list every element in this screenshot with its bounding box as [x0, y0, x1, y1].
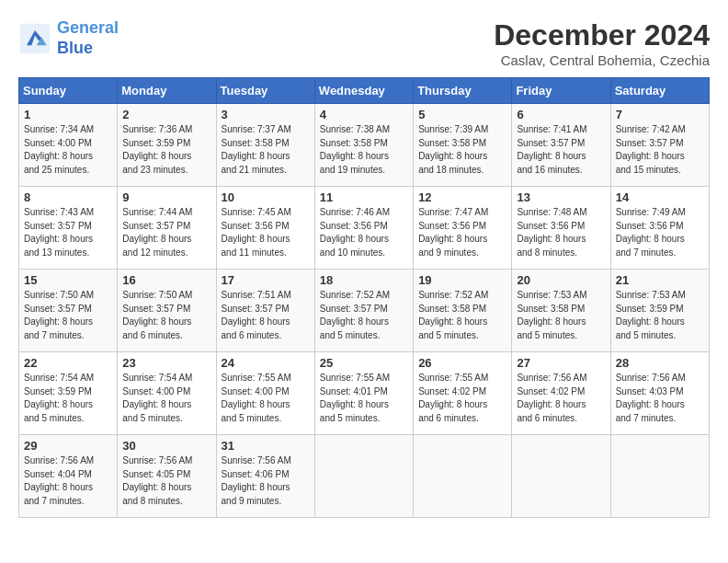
dow-header-friday: Friday [512, 78, 610, 104]
day-number: 31 [222, 439, 310, 453]
calendar-cell: 25Sunrise: 7:55 AM Sunset: 4:01 PM Dayli… [314, 352, 413, 435]
calendar-cell [314, 435, 413, 518]
day-info: Sunrise: 7:36 AM Sunset: 3:59 PM Dayligh… [122, 123, 210, 177]
calendar-cell: 28Sunrise: 7:56 AM Sunset: 4:03 PM Dayli… [610, 352, 709, 435]
day-info: Sunrise: 7:55 AM Sunset: 4:01 PM Dayligh… [320, 372, 408, 425]
dow-header-tuesday: Tuesday [216, 78, 314, 104]
calendar-cell [414, 435, 512, 518]
day-info: Sunrise: 7:55 AM Sunset: 4:00 PM Dayligh… [222, 372, 310, 425]
day-number: 28 [616, 356, 704, 370]
calendar-cell: 27Sunrise: 7:56 AM Sunset: 4:02 PM Dayli… [512, 352, 610, 435]
title-block: December 2024 Caslav, Central Bohemia, C… [494, 18, 710, 68]
day-info: Sunrise: 7:43 AM Sunset: 3:57 PM Dayligh… [24, 206, 112, 259]
day-info: Sunrise: 7:48 AM Sunset: 3:56 PM Dayligh… [517, 206, 605, 259]
calendar-week-3: 15Sunrise: 7:50 AM Sunset: 3:57 PM Dayli… [19, 270, 710, 352]
day-number: 16 [122, 273, 210, 287]
day-number: 17 [222, 273, 310, 287]
day-info: Sunrise: 7:47 AM Sunset: 3:56 PM Dayligh… [418, 206, 506, 259]
day-info: Sunrise: 7:39 AM Sunset: 3:58 PM Dayligh… [418, 123, 506, 177]
day-info: Sunrise: 7:41 AM Sunset: 3:57 PM Dayligh… [517, 123, 605, 177]
calendar-cell: 20Sunrise: 7:53 AM Sunset: 3:58 PM Dayli… [512, 270, 610, 352]
logo: General Blue [18, 18, 119, 58]
day-number: 11 [320, 190, 408, 204]
calendar-cell: 1Sunrise: 7:34 AM Sunset: 4:00 PM Daylig… [19, 104, 118, 187]
calendar-week-1: 1Sunrise: 7:34 AM Sunset: 4:00 PM Daylig… [19, 104, 710, 187]
day-number: 1 [24, 108, 112, 121]
day-info: Sunrise: 7:34 AM Sunset: 4:00 PM Dayligh… [24, 123, 112, 177]
day-info: Sunrise: 7:56 AM Sunset: 4:02 PM Dayligh… [517, 372, 605, 425]
day-number: 18 [320, 273, 408, 287]
days-of-week-row: SundayMondayTuesdayWednesdayThursdayFrid… [19, 78, 710, 104]
day-number: 30 [122, 439, 210, 453]
day-number: 13 [517, 190, 605, 204]
calendar-cell: 6Sunrise: 7:41 AM Sunset: 3:57 PM Daylig… [512, 104, 610, 187]
day-number: 12 [418, 190, 506, 204]
calendar-cell: 22Sunrise: 7:54 AM Sunset: 3:59 PM Dayli… [19, 352, 118, 435]
day-number: 22 [24, 356, 112, 370]
day-number: 9 [122, 190, 210, 204]
calendar-table: SundayMondayTuesdayWednesdayThursdayFrid… [18, 77, 710, 518]
calendar-cell: 30Sunrise: 7:56 AM Sunset: 4:05 PM Dayli… [118, 435, 216, 518]
day-info: Sunrise: 7:46 AM Sunset: 3:56 PM Dayligh… [320, 206, 408, 259]
day-number: 24 [222, 356, 310, 370]
day-number: 2 [122, 108, 210, 121]
calendar-cell: 24Sunrise: 7:55 AM Sunset: 4:00 PM Dayli… [216, 352, 314, 435]
calendar-cell: 26Sunrise: 7:55 AM Sunset: 4:02 PM Dayli… [414, 352, 512, 435]
day-info: Sunrise: 7:45 AM Sunset: 3:56 PM Dayligh… [222, 206, 310, 259]
calendar-cell: 23Sunrise: 7:54 AM Sunset: 4:00 PM Dayli… [118, 352, 216, 435]
day-info: Sunrise: 7:42 AM Sunset: 3:57 PM Dayligh… [616, 123, 704, 177]
logo-icon [18, 22, 51, 55]
day-info: Sunrise: 7:54 AM Sunset: 3:59 PM Dayligh… [24, 372, 112, 425]
day-number: 27 [517, 356, 605, 370]
calendar-cell: 31Sunrise: 7:56 AM Sunset: 4:06 PM Dayli… [216, 435, 314, 518]
day-number: 26 [418, 356, 506, 370]
calendar-cell: 12Sunrise: 7:47 AM Sunset: 3:56 PM Dayli… [414, 187, 512, 270]
day-number: 21 [616, 273, 704, 287]
day-number: 3 [222, 108, 310, 121]
calendar-cell [512, 435, 610, 518]
day-number: 5 [418, 108, 506, 121]
day-number: 20 [517, 273, 605, 287]
calendar-cell: 29Sunrise: 7:56 AM Sunset: 4:04 PM Dayli… [19, 435, 118, 518]
day-info: Sunrise: 7:50 AM Sunset: 3:57 PM Dayligh… [122, 289, 210, 342]
calendar-cell: 21Sunrise: 7:53 AM Sunset: 3:59 PM Dayli… [610, 270, 709, 352]
day-info: Sunrise: 7:44 AM Sunset: 3:57 PM Dayligh… [122, 206, 210, 259]
calendar-cell: 4Sunrise: 7:38 AM Sunset: 3:58 PM Daylig… [314, 104, 413, 187]
dow-header-monday: Monday [118, 78, 216, 104]
dow-header-thursday: Thursday [414, 78, 512, 104]
calendar-cell: 10Sunrise: 7:45 AM Sunset: 3:56 PM Dayli… [216, 187, 314, 270]
day-info: Sunrise: 7:38 AM Sunset: 3:58 PM Dayligh… [320, 123, 408, 177]
day-info: Sunrise: 7:56 AM Sunset: 4:06 PM Dayligh… [222, 454, 310, 508]
calendar-cell [610, 435, 709, 518]
day-info: Sunrise: 7:56 AM Sunset: 4:04 PM Dayligh… [24, 454, 112, 508]
day-info: Sunrise: 7:54 AM Sunset: 4:00 PM Dayligh… [122, 372, 210, 425]
calendar-week-4: 22Sunrise: 7:54 AM Sunset: 3:59 PM Dayli… [19, 352, 710, 435]
day-number: 14 [616, 190, 704, 204]
day-number: 25 [320, 356, 408, 370]
day-info: Sunrise: 7:51 AM Sunset: 3:57 PM Dayligh… [222, 289, 310, 342]
calendar-cell: 3Sunrise: 7:37 AM Sunset: 3:58 PM Daylig… [216, 104, 314, 187]
day-info: Sunrise: 7:37 AM Sunset: 3:58 PM Dayligh… [222, 123, 310, 177]
calendar-week-2: 8Sunrise: 7:43 AM Sunset: 3:57 PM Daylig… [19, 187, 710, 270]
calendar-subtitle: Caslav, Central Bohemia, Czechia [494, 52, 710, 68]
day-info: Sunrise: 7:55 AM Sunset: 4:02 PM Dayligh… [418, 372, 506, 425]
day-number: 7 [616, 108, 704, 121]
calendar-cell: 19Sunrise: 7:52 AM Sunset: 3:58 PM Dayli… [414, 270, 512, 352]
calendar-cell: 13Sunrise: 7:48 AM Sunset: 3:56 PM Dayli… [512, 187, 610, 270]
page-header: General Blue December 2024 Caslav, Centr… [18, 18, 710, 68]
calendar-cell: 2Sunrise: 7:36 AM Sunset: 3:59 PM Daylig… [118, 104, 216, 187]
calendar-cell: 14Sunrise: 7:49 AM Sunset: 3:56 PM Dayli… [610, 187, 709, 270]
day-info: Sunrise: 7:53 AM Sunset: 3:59 PM Dayligh… [616, 289, 704, 342]
dow-header-wednesday: Wednesday [314, 78, 413, 104]
calendar-cell: 8Sunrise: 7:43 AM Sunset: 3:57 PM Daylig… [19, 187, 118, 270]
day-number: 19 [418, 273, 506, 287]
day-info: Sunrise: 7:52 AM Sunset: 3:58 PM Dayligh… [418, 289, 506, 342]
calendar-cell: 7Sunrise: 7:42 AM Sunset: 3:57 PM Daylig… [610, 104, 709, 187]
dow-header-saturday: Saturday [610, 78, 709, 104]
calendar-cell: 18Sunrise: 7:52 AM Sunset: 3:57 PM Dayli… [314, 270, 413, 352]
calendar-cell: 16Sunrise: 7:50 AM Sunset: 3:57 PM Dayli… [118, 270, 216, 352]
calendar-cell: 11Sunrise: 7:46 AM Sunset: 3:56 PM Dayli… [314, 187, 413, 270]
day-number: 15 [24, 273, 112, 287]
calendar-cell: 17Sunrise: 7:51 AM Sunset: 3:57 PM Dayli… [216, 270, 314, 352]
day-number: 6 [517, 108, 605, 121]
